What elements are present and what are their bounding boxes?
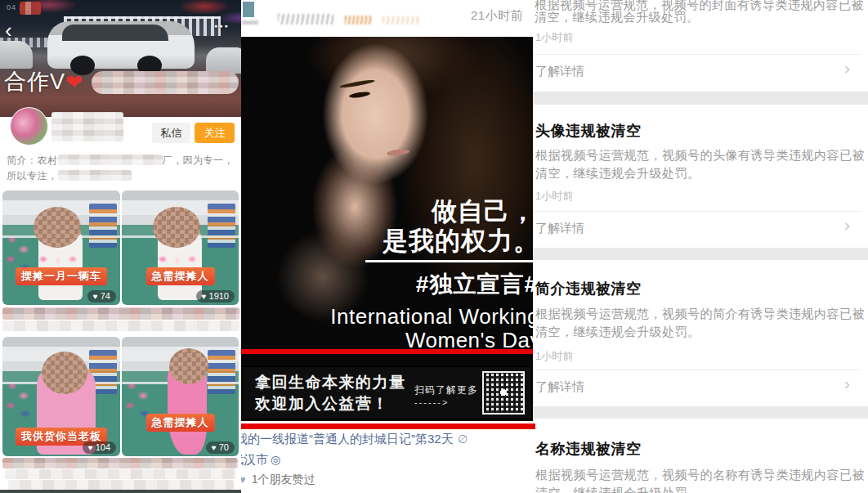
poster-underline: [365, 260, 533, 262]
cover-photo-night-street: 04 22: [0, 0, 241, 117]
poster-text: 是我的权力。: [383, 224, 533, 258]
bio-line: 所以专注，: [7, 169, 132, 183]
like-count-badge: ♥74: [87, 290, 116, 303]
factory-shelf: [208, 204, 235, 248]
avatar[interactable]: [243, 2, 254, 17]
screenshot-composite: 根据视频号运营规范，视频号的封面有诱导类违规内容已被 清空，继续违规会升级处罚。…: [0, 0, 868, 493]
notification-timestamp: 1小时前: [535, 30, 573, 45]
post-caption-link[interactable]: 我的一线报道“普通人的封城日记”第32天∅: [235, 432, 468, 447]
poster-hashtag: #独立宣言#: [416, 269, 533, 300]
like-count-badge: ♥104: [83, 441, 116, 454]
blurred-text-bar: [8, 480, 234, 490]
blurred-sticker: [20, 2, 41, 15]
details-link[interactable]: 了解详情: [535, 64, 584, 79]
pixelated-face: [169, 348, 208, 384]
next-row-peek: [0, 490, 241, 493]
factory-shelf: [208, 350, 235, 394]
notification-title: 头像违规被清空: [535, 121, 642, 141]
qr-code: [482, 371, 525, 415]
poster-english-line: International Working: [330, 304, 533, 329]
portrait-lips: [387, 149, 410, 157]
heart-icon: ♥: [88, 443, 93, 452]
notification-body: 根据视频号运营规范，视频号的头像有诱导类违规内容已被清空，继续违规会升级处罚。: [535, 146, 866, 182]
promo-banner: 拿回生命本来的力量 欢迎加入公益营！ 扫码了解更多 ------>: [243, 366, 531, 419]
dashed-arrow: ------>: [414, 397, 449, 407]
divider: [533, 370, 860, 370]
blurred-text-bar: [5, 469, 236, 479]
moments-post-footer: 我的一线报道“普通人的封城日记”第32天∅ 武汉市◎ ♥1个朋友赞过: [241, 421, 533, 493]
section-separator: [533, 92, 868, 105]
notification-timestamp: 1小时前: [535, 189, 573, 204]
details-link[interactable]: 了解详情: [535, 379, 584, 395]
section-separator: [533, 406, 868, 419]
profile-panel: 04 22 ‹ ●●● 合作V❤ 私信 关注 简介：农村厂，因为专一， 所以专注…: [0, 0, 241, 493]
like-count-badge: ♥70: [206, 441, 235, 454]
notification-item[interactable]: 简介违规被清空 根据视频号运营规范，视频号的简介有诱导类违规内容已被清空，继续违…: [533, 260, 868, 406]
notification-body: 根据视频号运营规范，视频号的简介有诱导类违规内容已被清空，继续违规会升级处罚。: [535, 305, 866, 341]
follow-button[interactable]: 关注: [195, 123, 235, 143]
portrait-eyebrow: [339, 78, 375, 89]
profile-avatar[interactable]: [10, 107, 48, 146]
details-link[interactable]: 了解详情: [535, 221, 584, 236]
banner-text: 拿回生命本来的力量: [255, 372, 406, 393]
heart-emoji: ❤: [65, 70, 83, 93]
portrait-eye: [349, 91, 371, 99]
video-thumbnail[interactable]: 我供货你当老板 ♥104: [2, 337, 120, 456]
video-caption: 摆摊一月一辆车: [16, 267, 107, 285]
more-options-button[interactable]: ●●●: [214, 23, 230, 29]
chevron-right-icon: ›: [844, 374, 850, 393]
heart-icon: ♥: [202, 292, 207, 301]
notification-title: 简介违规被清空: [535, 279, 642, 298]
blurred-tag: [345, 16, 373, 25]
blurred-nickname: [278, 14, 333, 25]
notification-body-line: 清空，继续违规会升级处罚。: [535, 10, 700, 25]
video-thumbnail[interactable]: 急需摆摊人 ♥70: [122, 337, 239, 456]
video-caption: 急需摆摊人: [146, 414, 215, 432]
notification-body: 根据视频号运营规范，视频号的名称有诱导类违规内容已被清空，继续违规会升级处罚。: [535, 466, 866, 493]
notification-item[interactable]: 名称违规被清空 根据视频号运营规范，视频号的名称有诱导类违规内容已被清空，继续违…: [533, 419, 868, 493]
qr-label: 扫码了解更多: [414, 383, 478, 397]
blurred-tag: [383, 16, 418, 25]
divider: [533, 54, 860, 55]
notification-timestamp: 1小时前: [535, 349, 573, 364]
video-thumbnail[interactable]: 摆摊一月一辆车 ♥74: [2, 190, 120, 305]
back-button[interactable]: ‹: [5, 20, 12, 41]
heart-icon: ♥: [93, 292, 98, 301]
chevron-right-icon: ›: [844, 58, 850, 78]
notification-timestamp-overlap: 21小时前: [471, 8, 523, 24]
direct-message-button[interactable]: 私信: [152, 123, 190, 143]
likes-row[interactable]: ♥1个朋友赞过: [239, 473, 315, 487]
cover-car: [0, 41, 33, 69]
notifications-panel: 根据视频号运营规范，视频号的封面有诱导类违规内容已被 清空，继续违规会升级处罚。…: [533, 0, 868, 493]
pixelated-face: [34, 207, 81, 248]
cover-suv-car: [47, 21, 195, 69]
bio-line: 简介：农村厂，因为专一，: [7, 154, 234, 168]
chevron-right-icon: ›: [844, 215, 850, 235]
blurred-bio-text: [58, 170, 132, 181]
blurred-bio-text: [58, 155, 163, 165]
blurred-username: [51, 112, 123, 141]
blurred-text: [242, 20, 258, 25]
video-thumbnail[interactable]: 急需摆摊人 ♥1910: [122, 190, 239, 305]
blurred-text-bar: [2, 320, 239, 331]
like-count-badge: ♥1910: [196, 290, 235, 303]
blurred-wechat-id: [92, 71, 239, 94]
heart-icon: ♥: [212, 443, 217, 452]
video-caption: 急需摆摊人: [146, 267, 215, 285]
post-image-woman-portrait[interactable]: 做自己， 是我的权力。 #独立宣言# International Working…: [241, 37, 533, 424]
pixelated-face: [42, 352, 87, 394]
notification-title: 名称违规被清空: [535, 439, 642, 459]
link-icon: ∅: [456, 432, 468, 446]
profile-title: 合作V❤: [4, 67, 83, 96]
section-separator: [533, 248, 868, 260]
red-divider-line: [241, 349, 533, 354]
blurred-text-bar: [2, 307, 239, 320]
divider: [533, 211, 860, 212]
banner-text: 欢迎加入公益营！: [255, 393, 389, 415]
pixelated-face: [153, 207, 200, 248]
red-divider-line: [241, 424, 535, 429]
notification-item[interactable]: 头像违规被清空 根据视频号运营规范，视频号的头像有诱导类违规内容已被清空，继续违…: [533, 105, 868, 248]
location-pin-icon: ◎: [271, 453, 280, 466]
blurred-text-bar: [2, 458, 238, 468]
cover-car: [206, 47, 241, 74]
